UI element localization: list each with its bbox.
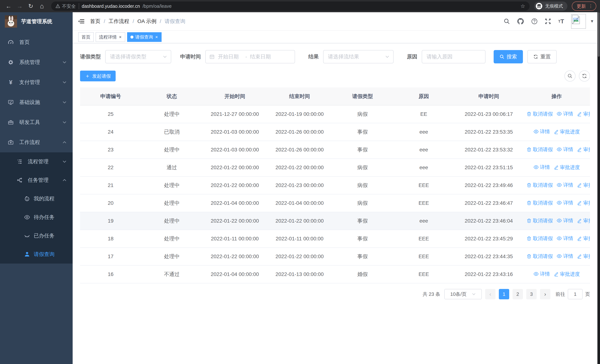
- page-button-2[interactable]: 2: [513, 289, 523, 299]
- detail-link[interactable]: 详情: [556, 217, 573, 224]
- avatar-dropdown-caret-icon[interactable]: ▼: [590, 19, 594, 24]
- help-icon[interactable]: [531, 18, 538, 25]
- reason-field[interactable]: [422, 50, 486, 63]
- close-icon[interactable]: ×: [155, 35, 158, 40]
- bookmark-star-icon[interactable]: ☆: [521, 3, 525, 9]
- table-row: 22通过2022-01-22 00:00:002022-01-22 00:00:…: [80, 159, 590, 177]
- sidebar-item-process-mgmt[interactable]: 流程管理: [0, 152, 73, 171]
- back-icon[interactable]: ←: [4, 1, 13, 11]
- cell-apply-time: 2022-01-22 23:46:04: [454, 212, 523, 230]
- detail-link[interactable]: 详情: [533, 271, 550, 277]
- page-scrollbar[interactable]: [597, 12, 600, 364]
- cell-start-time: 2022-01-11 00:00:00: [202, 230, 267, 248]
- end-date-input[interactable]: [249, 53, 275, 60]
- approval-progress-link[interactable]: 审批进度: [577, 200, 590, 206]
- sidebar-item-workflow[interactable]: 工作流程: [0, 132, 73, 152]
- cancel-leave-link[interactable]: 取消请假: [526, 182, 553, 188]
- cell-leave-type: 病假: [332, 159, 393, 177]
- detail-link[interactable]: 详情: [556, 199, 573, 206]
- cancel-leave-link[interactable]: 取消请假: [526, 253, 553, 260]
- cancel-leave-link[interactable]: 取消请假: [526, 200, 553, 206]
- cell-actions: 取消请假详情审批进度: [523, 230, 590, 248]
- detail-link[interactable]: 详情: [556, 253, 573, 260]
- create-leave-button[interactable]: ＋ 发起请假: [80, 71, 116, 81]
- cell-apply-time: 2022-01-22 23:49:46: [454, 177, 523, 194]
- detail-link[interactable]: 详情: [533, 128, 550, 135]
- browser-menu-icon[interactable]: ⋮: [589, 3, 593, 9]
- result-input[interactable]: [327, 53, 385, 60]
- sidebar-item-todo-task[interactable]: 待办任务: [0, 208, 73, 226]
- sidebar-collapse-icon[interactable]: [73, 19, 90, 24]
- detail-link[interactable]: 详情: [556, 182, 573, 188]
- reset-button[interactable]: 重置: [527, 50, 557, 63]
- approval-progress-link[interactable]: 审批进度: [577, 253, 590, 260]
- breadcrumb-oa[interactable]: OA 示例: [138, 18, 157, 25]
- view-icon: [556, 111, 562, 117]
- sidebar-item-system[interactable]: 系统管理: [0, 52, 73, 72]
- breadcrumb-workflow[interactable]: 工作流程: [109, 18, 129, 25]
- leave-type-input[interactable]: [109, 53, 163, 60]
- incognito-badge: 无痕模式: [534, 1, 567, 11]
- cancel-leave-link[interactable]: 取消请假: [526, 111, 553, 117]
- approval-progress-link[interactable]: 审批进度: [577, 146, 590, 153]
- app-logo-row[interactable]: 芋道管理系统: [0, 12, 73, 31]
- detail-link[interactable]: 详情: [556, 235, 573, 242]
- sidebar-item-infrastructure[interactable]: 基础设施: [0, 92, 73, 112]
- cell-end-time: 2022-01-23 00:00:00: [267, 177, 332, 194]
- approval-progress-link[interactable]: 审批进度: [577, 235, 590, 242]
- approval-progress-link[interactable]: 审批进度: [577, 111, 590, 117]
- tab-home[interactable]: 首页: [78, 32, 94, 42]
- result-select[interactable]: [323, 50, 394, 63]
- next-page-button[interactable]: ›: [540, 289, 550, 299]
- sidebar-item-my-process[interactable]: 我的流程: [0, 189, 73, 208]
- search-button[interactable]: 搜索: [494, 50, 523, 63]
- search-icon[interactable]: [504, 18, 510, 24]
- approval-progress-link[interactable]: 审批进度: [554, 129, 580, 135]
- fullscreen-icon[interactable]: [545, 18, 551, 24]
- approval-progress-link[interactable]: 审批进度: [554, 271, 580, 278]
- avatar[interactable]: [571, 14, 586, 29]
- sidebar-item-payment[interactable]: ¥ 支付管理: [0, 72, 73, 92]
- col-end-time: 结束时间: [267, 87, 332, 105]
- cancel-leave-link[interactable]: 取消请假: [526, 146, 553, 153]
- update-button[interactable]: 更新 ⋮: [572, 1, 596, 11]
- detail-link[interactable]: 详情: [556, 111, 573, 117]
- reason-input[interactable]: [426, 53, 481, 60]
- approval-progress-link[interactable]: 审批进度: [577, 217, 590, 224]
- sidebar-item-home[interactable]: 首页: [0, 32, 73, 52]
- close-icon[interactable]: ×: [119, 35, 122, 40]
- page-size-select[interactable]: 10条/页: [444, 289, 482, 299]
- github-icon[interactable]: [517, 18, 524, 25]
- tab-leave-query[interactable]: 请假查询×: [127, 32, 162, 42]
- home-icon[interactable]: ⌂: [37, 1, 47, 11]
- sidebar-item-devtools[interactable]: 研发工具: [0, 112, 73, 132]
- url-bar[interactable]: 不安全 dashboard.yudao.iocoder.cn /bpm/oa/l…: [51, 1, 530, 11]
- apply-time-range-picker[interactable]: -: [205, 50, 295, 63]
- cancel-leave-link[interactable]: 取消请假: [526, 217, 553, 224]
- cancel-leave-link[interactable]: 取消请假: [526, 235, 553, 242]
- goto-page-input[interactable]: [568, 289, 582, 299]
- page-button-3[interactable]: 3: [526, 289, 537, 299]
- sidebar-item-done-task[interactable]: 已办任务: [0, 226, 73, 245]
- sidebar-item-leave-query[interactable]: 请假查询: [0, 245, 73, 263]
- approval-progress-link[interactable]: 审批进度: [577, 182, 590, 188]
- detail-link[interactable]: 详情: [556, 146, 573, 153]
- edit-icon: [554, 129, 559, 134]
- breadcrumb-home[interactable]: 首页: [90, 18, 100, 25]
- cell-status: 处理中: [141, 230, 202, 248]
- approval-progress-link[interactable]: 审批进度: [554, 164, 580, 171]
- prev-page-button[interactable]: ‹: [485, 289, 496, 299]
- toggle-search-button[interactable]: [564, 70, 576, 82]
- font-size-icon[interactable]: TT: [558, 18, 564, 24]
- dashboard-icon: [7, 39, 14, 45]
- forward-icon[interactable]: →: [15, 1, 24, 11]
- refresh-table-button[interactable]: [579, 70, 590, 82]
- reload-icon[interactable]: ↻: [26, 1, 36, 11]
- start-date-input[interactable]: [217, 53, 243, 60]
- page-button-1[interactable]: 1: [499, 289, 509, 299]
- leave-type-select[interactable]: [105, 50, 171, 63]
- sidebar-item-task-mgmt[interactable]: 任务管理: [0, 171, 73, 189]
- detail-link[interactable]: 详情: [533, 164, 550, 170]
- tab-process-detail[interactable]: 流程详情×: [96, 32, 125, 42]
- security-warning[interactable]: 不安全: [56, 3, 79, 9]
